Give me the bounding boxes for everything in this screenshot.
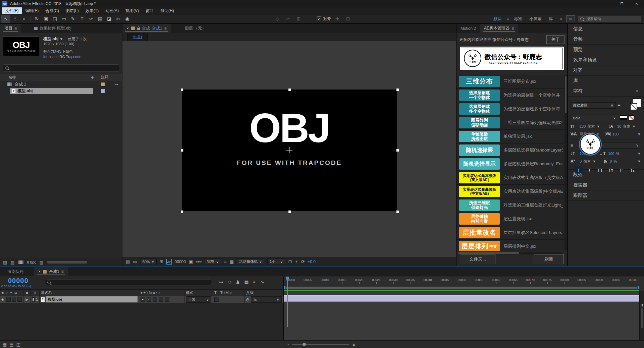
close-button[interactable]: ✕ <box>629 0 644 7</box>
current-frame-indicator[interactable]: 00000 <box>175 259 186 264</box>
type-tool-icon[interactable]: T <box>77 15 87 23</box>
layer-row[interactable]: ◉ ▶ 1 ? 模型.obj ♣ <box>0 296 283 303</box>
timeline-zoom-slider[interactable] <box>292 344 349 345</box>
target-icon[interactable]: ⊡ <box>343 15 353 23</box>
small-caps-toggle[interactable]: Tт <box>607 167 615 173</box>
snapshot-icon[interactable]: ▣ <box>189 259 193 264</box>
selection-handle[interactable] <box>288 88 291 91</box>
menu-window[interactable]: 窗口 <box>142 7 157 14</box>
column-label-icon[interactable]: ◆ <box>91 75 101 79</box>
minimize-button[interactable]: ─ <box>600 0 614 7</box>
zoom-slider-handle[interactable] <box>303 343 306 346</box>
selection-handle[interactable] <box>180 210 183 213</box>
lock-toggle[interactable] <box>17 297 22 302</box>
eyedropper-icon[interactable]: ✒ <box>618 103 625 108</box>
horizontal-scrollbar[interactable] <box>47 261 87 264</box>
no-fill-swatch-icon[interactable] <box>629 115 634 120</box>
resolution-select[interactable]: 完整 ∨ <box>205 258 221 265</box>
camera-tool-icon[interactable]: ▣ <box>41 15 50 23</box>
screen-icon[interactable]: ▭ <box>133 259 137 264</box>
hide-shy-layers-icon[interactable]: ♟ <box>236 279 240 285</box>
exposure-value[interactable]: +0.0 <box>308 259 316 264</box>
help-search-input[interactable] <box>586 16 639 21</box>
pen-tool-icon[interactable]: ✎ <box>68 15 77 23</box>
tab-close-icon[interactable]: × <box>126 26 129 31</box>
panel-preview[interactable]: 预览 <box>568 45 644 55</box>
workspace-default[interactable]: 默认 <box>490 16 505 22</box>
panel-info[interactable]: 信息 <box>568 24 644 34</box>
graph-editor-icon[interactable]: ∿ <box>260 279 264 285</box>
all-caps-toggle[interactable]: TT <box>596 167 604 173</box>
panel-align[interactable]: 对齐 <box>568 65 644 76</box>
workspace-menu-icon[interactable]: ≡ <box>505 16 510 21</box>
faux-italic-toggle[interactable]: T <box>585 167 593 173</box>
pan-behind-tool-icon[interactable]: ◲ <box>50 15 59 23</box>
interpret-footage-icon[interactable]: ▤ <box>3 260 7 265</box>
playhead[interactable] <box>286 277 289 327</box>
workspace-search-icon[interactable]: ⊞ <box>566 15 575 22</box>
panel-library[interactable]: 库 <box>568 76 644 86</box>
menu-composition[interactable]: 合成(C) <box>42 7 62 14</box>
panel-menu-icon[interactable]: ≡ <box>636 89 638 94</box>
panel-tracker[interactable]: 跟踪器 <box>568 190 644 201</box>
view-select[interactable]: 活动摄像机 ∨ <box>237 258 264 265</box>
label-color-swatch[interactable] <box>101 89 105 93</box>
project-item-footage[interactable]: ? 模型.obj <box>0 88 122 95</box>
script-button[interactable]: 层层排列中文 <box>459 241 500 251</box>
draft-3d-icon[interactable]: ◇ <box>228 279 231 285</box>
current-time-display[interactable]: 00000 <box>8 277 29 285</box>
faux-bold-toggle[interactable]: T <box>575 167 583 173</box>
workspace-small-screen[interactable]: 小屏幕 <box>526 16 545 22</box>
selection-handle[interactable] <box>288 210 291 213</box>
menu-effect[interactable]: 效果(T) <box>82 7 102 14</box>
tab-composition[interactable]: × 合成 合成1 ≡ <box>122 24 171 33</box>
project-search-input[interactable] <box>11 66 117 70</box>
menu-layer[interactable]: 图层(L) <box>62 7 82 14</box>
anchor-point-icon[interactable] <box>286 147 292 153</box>
trash-icon[interactable]: ▥ <box>40 260 44 265</box>
lock-icon[interactable] <box>137 28 140 30</box>
script-button[interactable]: 层批量改名 <box>459 227 500 238</box>
reset-exposure-icon[interactable]: ⟳ <box>301 259 305 264</box>
tab-effect-controls[interactable]: 效果控件 模型.obj <box>30 24 75 33</box>
parent-column[interactable]: 父级 <box>245 290 283 296</box>
tracking-value[interactable]: 100 <box>612 132 619 136</box>
layer-name[interactable]: 模型.obj <box>46 296 138 302</box>
view-layout-select[interactable]: 1个... ∨ <box>267 258 285 265</box>
font-family-select[interactable]: 微软雅黑 ∨ <box>571 102 616 109</box>
zoom-tool-icon[interactable]: ⌕ <box>19 15 29 23</box>
tab-timeline-comp[interactable]: × 合成1 ≡ <box>34 267 68 276</box>
selection-handle[interactable] <box>396 210 399 213</box>
layer-out-handle-icon[interactable]: ◨ <box>640 303 643 307</box>
font-size-value[interactable]: 230 <box>580 124 586 128</box>
transparency-grid-icon[interactable]: ▩ <box>230 259 234 264</box>
zoom-in-mountain-icon[interactable]: ▲ <box>352 342 356 347</box>
workspace-standard[interactable]: 标准 <box>510 16 526 22</box>
fast-preview-icon[interactable]: ⚡ <box>295 259 298 264</box>
layer-duration-bar[interactable] <box>284 295 639 302</box>
mask-feather-icon[interactable]: ✚ <box>333 15 342 23</box>
layer-visibility-icon[interactable]: ◉ <box>1 298 5 301</box>
new-folder-icon[interactable]: ▨ <box>10 260 14 265</box>
solo-toggle[interactable] <box>12 297 16 302</box>
dropdown-caret-icon[interactable]: ▼ <box>637 132 641 136</box>
quality-switch[interactable]: ╱ <box>147 297 151 302</box>
breadcrumb-comp-button[interactable]: 合成1 <box>127 34 148 41</box>
shy-switch[interactable]: ♣ <box>141 297 145 302</box>
folder-button[interactable]: 文件夹... <box>460 254 495 264</box>
selection-handle[interactable] <box>180 149 183 152</box>
snap-checkbox[interactable]: ✓ <box>317 16 321 21</box>
script-button[interactable]: 实用表达式集高级版(中文版AE) <box>459 186 500 197</box>
eraser-tool-icon[interactable]: ◪ <box>105 15 114 23</box>
tab-project[interactable]: 项目 ≡ <box>0 24 21 33</box>
tsume-value[interactable]: 0 <box>610 159 612 163</box>
panel-audio[interactable]: 音频 <box>568 34 644 45</box>
script-button[interactable]: 层关键帧向前向后 <box>459 213 500 225</box>
track-vscrollbar[interactable] <box>641 308 643 328</box>
magnification-select[interactable]: 50% ∨ <box>140 258 157 265</box>
panel-menu-icon[interactable]: ≡ <box>61 269 64 274</box>
tab-close-icon[interactable]: × <box>38 269 41 274</box>
script-button[interactable]: 图层阵列偏移动画 <box>459 117 500 128</box>
zoom-out-mountain-icon[interactable]: ▲ <box>287 343 289 346</box>
audio-toggle[interactable] <box>6 297 11 302</box>
